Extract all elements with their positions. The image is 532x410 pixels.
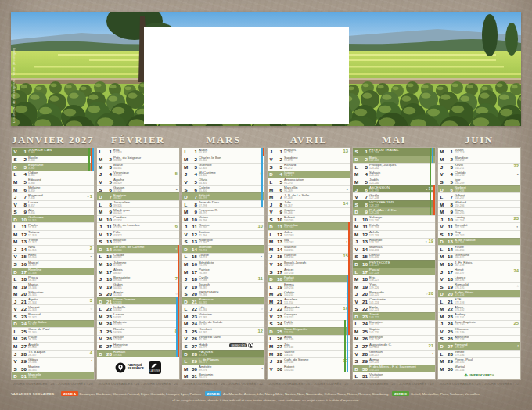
month-name: JUIN [437,132,521,147]
day-row: S19Romuald170-195○ [438,282,520,290]
day-count: 93-272 [284,167,336,170]
day-count: 69-296 [199,220,250,222]
day-letter: D [353,366,360,372]
day-row: L15Claude46-319 [97,253,179,261]
day-number: 16 [275,261,282,267]
day-number: 1 [445,149,453,154]
day-number: 16 [19,261,27,267]
day-number: 17 [360,269,368,275]
day-count: 139-226 [369,287,421,290]
day-count: 6-359 [28,190,80,192]
day-row-gutter: ● [336,188,350,191]
saint-block: Mélaine6-359 [27,186,80,192]
day-count: 20-345 [28,294,80,297]
day-row: M29Pierre, Paul180-185 [438,357,520,365]
day-letter: M [182,314,189,319]
day-row: S26Anthelme177-188 [438,335,520,343]
saint-block: Parfait108-257 [282,276,336,282]
saint-block: Marcellin96-269 [282,186,336,192]
saint-block: Blandine153-212 [453,156,506,163]
saint-block: Zita117-248 [282,343,336,350]
day-number: 22 [275,306,282,311]
day-row: D13A. de Padoue164-201 [438,238,520,246]
day-count: 174-191 [455,317,506,319]
day-row: L28Irénée179-186 [438,350,520,358]
day-count: 61-304 [199,160,250,162]
month-column: JANVIER 2027V1JOUR DE L'AN1-364S2Basile2… [11,132,95,386]
day-count: 136-229 [369,264,421,267]
day-number: 9 [360,209,368,214]
saint-block: Boris122-243 [368,156,421,163]
day-number: 31 [360,373,368,379]
month-name: MARS [182,132,265,147]
day-letter: M [438,149,445,154]
day-row: L22Léa81-284○ [182,304,264,312]
saint-block: Th. d'Aquin28-337 [27,351,80,357]
day-number: 20 [445,291,453,297]
saint-block: Mardi gras40-325 [112,209,165,215]
day-letter: M [12,187,19,192]
saint-block: Pascal137-228 [368,268,421,275]
month-days-panel: L1Aubin60-305M2Charles le Bon61-304M3Gué… [182,147,265,380]
day-letter: V [438,171,445,177]
day-letter: J [268,306,275,311]
day-letter: V [12,202,19,207]
clock-icon [248,343,253,348]
saint-block: FÊTE DU TRAVAIL121-244 [368,149,421,155]
day-letter: V [97,232,104,237]
day-row: V1JOUR DE L'AN1-364 [12,148,94,156]
day-letter: L [438,351,445,357]
day-count: 37-328 [113,190,165,192]
saint-block: Émile142-223 [368,306,421,312]
saint-block: Maxime104-261 [282,246,336,252]
day-row: D7Eugénie38-327 [97,192,179,200]
day-count: 115-250 [284,332,336,334]
day-count: 79-286 [199,294,250,297]
saint-block: Amédée89-276 [197,365,250,372]
day-count: 167-198 [455,264,506,267]
day-number: 18 [360,276,368,282]
day-letter: L [353,373,360,379]
day-number: 9 [19,209,27,214]
day-count: 23-342 [28,317,80,319]
imprim-vert-logo: ☘IMPRIM'VERT® [438,372,520,379]
saint-block: Fidèle114-251 [282,321,336,327]
day-number: 25 [445,329,453,334]
day-count: 74-291 [199,257,250,259]
day-row: D21Rameaux80-285 [182,297,264,305]
day-count: 7-358 [28,197,80,200]
day-letter: M [268,299,275,304]
day-letter: S [353,202,360,207]
day-row: M5Judith125-240 [353,178,435,185]
lavigne-logo: LAVIGNE [149,361,161,374]
day-row: S30Martine30-335 [12,365,94,372]
day-row: S6Gaston37-328● [97,185,179,193]
day-count: 63-302 [199,174,250,177]
day-row: V8Lucien8-357 [12,200,94,208]
saint-block: Cath. de Sienne119-246 [282,358,336,365]
day-count: 129-236 [369,212,421,214]
moon-phase-icon: ○ [516,285,519,288]
saint-block: Rosine70-295 [197,224,250,230]
day-number: 27 [189,343,197,349]
day-row: S23Barnard23-342 [12,312,94,320]
day-row: V12Félix43-322 [97,230,179,238]
day-number: 12 [19,232,27,237]
day-count: 89-276 [199,369,250,372]
day-count: 87-278 [199,354,250,357]
saint-block: Guénolé62-303 [197,164,250,170]
day-count: 42-323 [113,227,165,229]
saint-block: Édouard5-360 [27,178,80,185]
saint-block: Roseline17-348 [27,268,80,275]
day-count: 44-321 [113,242,165,244]
saint-block: Jules102-263 [282,231,336,237]
day-count: 12-353 [28,235,80,237]
day-count: 72-293 [199,242,250,244]
day-row: J3Kévin154-21122 [438,163,520,171]
day-number: 2 [445,156,453,162]
day-number: 22 [360,306,368,311]
saint-block: Véronique35-330 [112,171,165,178]
day-number: 24 [445,321,453,326]
day-count: 154-211 [455,167,506,170]
day-count: 53-312 [113,309,165,311]
